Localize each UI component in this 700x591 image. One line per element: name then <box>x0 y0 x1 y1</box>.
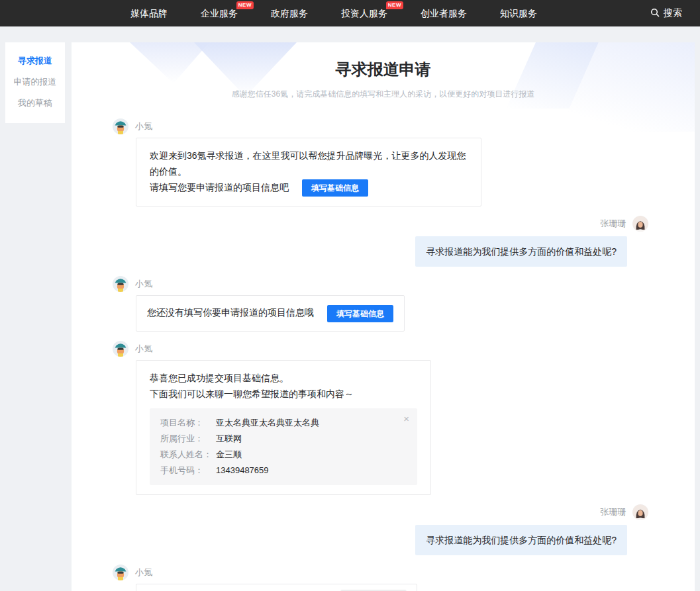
success-line1: 恭喜您已成功提交项目基础信息。 <box>150 370 417 386</box>
bot-name: 小氪 <box>135 343 152 355</box>
project-row-industry: 所属行业： 互联网 <box>160 431 407 447</box>
nav-menu: 媒体品牌 企业服务 NEW 政府服务 投资人服务 NEW 创业者服务 知识服务 <box>0 0 537 26</box>
nav-item-label: 媒体品牌 <box>130 8 168 19</box>
field-value: 金三顺 <box>216 447 242 463</box>
not-filled-text: 您还没有填写你要申请报道的项目信息哦 <box>147 307 314 318</box>
bot-message-not-filled: 小氪 您还没有填写你要申请报道的项目信息哦填写基础信息 <box>113 276 648 331</box>
nav-item-knowledge-services[interactable]: 知识服务 <box>500 0 537 26</box>
search-icon <box>650 8 660 19</box>
page-subtitle: 感谢您信任36氪，请完成基础信息的填写和主理人的采访，以便更好的对项目进行报道 <box>72 89 695 100</box>
user-bubble-row: 寻求报道能为我们提供多方面的价值和益处呢? <box>113 525 648 555</box>
project-row-contact: 联系人姓名： 金三顺 <box>160 447 407 463</box>
nav-item-label: 投资人服务 <box>341 8 387 19</box>
project-row-name: 项目名称： 亚太名典亚太名典亚太名典 <box>160 415 407 431</box>
bot-name: 小氪 <box>135 278 152 290</box>
bot-message-partial: 小氪 <box>113 565 648 591</box>
message-header: 小氪 <box>113 118 648 134</box>
fill-basic-info-button[interactable]: 填写基础信息 <box>302 179 368 197</box>
bot-message-welcome: 小氪 欢迎来到36氪寻求报道，在这里我可以帮您提升品牌曝光，让更多的人发现您的价… <box>113 118 648 206</box>
message-header: 小氪 <box>113 276 648 292</box>
top-nav: 媒体品牌 企业服务 NEW 政府服务 投资人服务 NEW 创业者服务 知识服务 … <box>0 0 700 26</box>
message-header: 小氪 <box>113 565 648 580</box>
bot-name: 小氪 <box>135 567 152 578</box>
main-panel: 寻求报道申请 感谢您信任36氪，请完成基础信息的填写和主理人的采访，以便更好的对… <box>72 42 695 591</box>
bot-avatar <box>113 565 128 580</box>
nav-item-government-services[interactable]: 政府服务 <box>271 0 308 26</box>
chat-thread: 小氪 欢迎来到36氪寻求报道，在这里我可以帮您提升品牌曝光，让更多的人发现您的价… <box>72 118 695 591</box>
search-button[interactable]: 搜索 <box>650 0 682 26</box>
field-label: 项目名称： <box>160 415 216 431</box>
user-avatar <box>632 216 648 232</box>
fill-basic-info-button[interactable]: 填写基础信息 <box>327 305 393 322</box>
nav-item-label: 政府服务 <box>271 8 308 19</box>
success-line2: 下面我们可以来聊一聊您希望报道的事项和内容～ <box>150 386 417 402</box>
message-header: 小氪 <box>113 341 648 357</box>
user-name: 张珊珊 <box>600 506 626 518</box>
sidebar-item-my-drafts[interactable]: 我的草稿 <box>5 93 65 114</box>
user-message: 张珊珊 寻求报道能为我们提供多方面的价值和益处呢? <box>113 504 648 555</box>
bot-avatar <box>113 276 128 292</box>
close-icon[interactable]: × <box>403 414 409 424</box>
user-avatar <box>632 504 648 520</box>
nav-item-investor-services[interactable]: 投资人服务 NEW <box>341 0 387 26</box>
bot-message-box: 恭喜您已成功提交项目基础信息。 下面我们可以来聊一聊您希望报道的事项和内容～ ×… <box>136 360 431 495</box>
field-value: 13439487659 <box>216 463 269 478</box>
user-name: 张珊珊 <box>600 218 626 230</box>
bot-message-success: 小氪 恭喜您已成功提交项目基础信息。 下面我们可以来聊一聊您希望报道的事项和内容… <box>113 341 648 495</box>
bot-avatar <box>113 118 128 134</box>
search-label: 搜索 <box>664 7 682 19</box>
project-row-phone: 手机号码： 13439487659 <box>160 463 407 478</box>
new-badge: NEW <box>236 1 254 9</box>
field-label: 所属行业： <box>160 431 216 447</box>
nav-item-label: 企业服务 <box>201 8 238 19</box>
user-bubble-row: 寻求报道能为我们提供多方面的价值和益处呢? <box>113 236 648 267</box>
field-value: 互联网 <box>216 431 242 447</box>
bot-message-box: 欢迎来到36氪寻求报道，在这里我可以帮您提升品牌曝光，让更多的人发现您的价值。 … <box>136 138 481 206</box>
sidebar: 寻求报道 申请的报道 我的草稿 <box>5 42 65 123</box>
user-message: 张珊珊 寻求报道能为我们提供多方面的价值和益处呢? <box>113 216 648 267</box>
message-header: 张珊珊 <box>113 504 648 520</box>
page-title: 寻求报道申请 <box>72 58 695 80</box>
nav-item-entrepreneur-services[interactable]: 创业者服务 <box>421 0 467 26</box>
sidebar-item-applied-reports[interactable]: 申请的报道 <box>5 71 65 93</box>
bot-message-box <box>136 584 417 591</box>
nav-item-media-brand[interactable]: 媒体品牌 <box>130 0 168 26</box>
nav-item-enterprise-services[interactable]: 企业服务 NEW <box>201 0 238 26</box>
new-badge: NEW <box>386 1 403 9</box>
message-header: 张珊珊 <box>113 216 648 232</box>
welcome-prompt-row: 请填写您要申请报道的项目信息吧填写基础信息 <box>150 179 468 197</box>
nav-item-label: 创业者服务 <box>421 8 467 19</box>
bot-avatar <box>113 341 128 357</box>
page-header: 寻求报道申请 感谢您信任36氪，请完成基础信息的填写和主理人的采访，以便更好的对… <box>72 42 695 100</box>
project-info-card: × 项目名称： 亚太名典亚太名典亚太名典 所属行业： 互联网 联系人姓名： 金三… <box>150 408 417 485</box>
bot-message-box: 您还没有填写你要申请报道的项目信息哦填写基础信息 <box>136 295 405 331</box>
field-label: 手机号码： <box>160 463 216 478</box>
field-value: 亚太名典亚太名典亚太名典 <box>216 415 319 431</box>
welcome-prompt: 请填写您要申请报道的项目信息吧 <box>150 182 289 193</box>
bot-name: 小氪 <box>135 120 152 132</box>
user-bubble: 寻求报道能为我们提供多方面的价值和益处呢? <box>415 525 627 555</box>
nav-item-label: 知识服务 <box>500 8 537 19</box>
field-label: 联系人姓名： <box>160 447 216 463</box>
welcome-text: 欢迎来到36氪寻求报道，在这里我可以帮您提升品牌曝光，让更多的人发现您的价值。 <box>150 148 468 179</box>
user-bubble: 寻求报道能为我们提供多方面的价值和益处呢? <box>415 236 627 267</box>
sidebar-item-seek-report[interactable]: 寻求报道 <box>5 50 65 71</box>
